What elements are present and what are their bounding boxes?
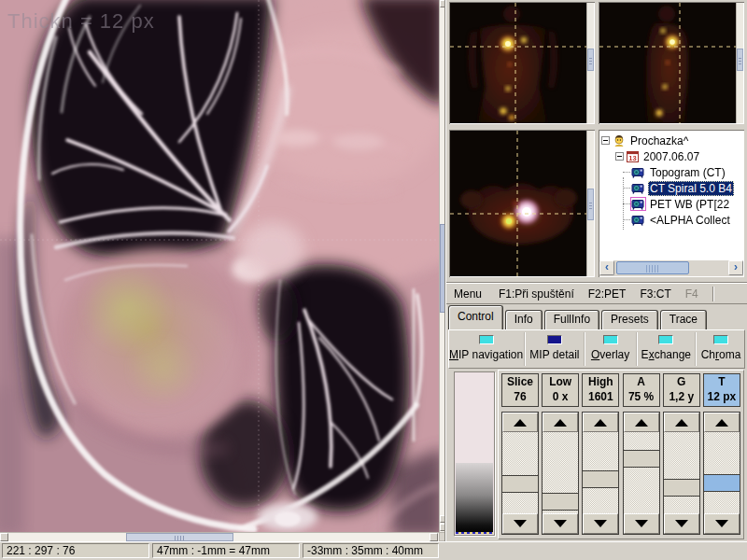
series-label-pet-wb[interactable]: PET WB (PT[22 xyxy=(648,197,731,212)
slider-up-button[interactable] xyxy=(502,413,538,432)
slider-up-button[interactable] xyxy=(583,413,618,432)
status-coords-mm: -33mm : 35mm : 40mm xyxy=(303,543,439,558)
right-control-panel: Prochazka^ 13 2007.06.07 Topogram (CT) xyxy=(446,0,747,541)
slider-down-button[interactable] xyxy=(624,513,659,534)
pet-mip-coronal-view[interactable] xyxy=(449,2,595,124)
slider-up-button[interactable] xyxy=(543,413,578,432)
slider-track[interactable] xyxy=(583,432,618,513)
patient-name[interactable]: Prochazka^ xyxy=(628,133,690,148)
tree-row-patient[interactable]: Prochazka^ xyxy=(599,133,744,148)
slider-column-g: G1,2 y xyxy=(663,373,700,539)
pet-mip-sagittal-view[interactable] xyxy=(599,2,744,124)
slider-down-button[interactable] xyxy=(704,513,740,534)
slider-up-button[interactable] xyxy=(624,413,659,432)
slider-track[interactable] xyxy=(624,432,659,513)
status-range-mm: 47mm : -1mm = 47mm xyxy=(152,543,300,558)
arrow-up-icon xyxy=(635,419,648,427)
slider-thumb[interactable] xyxy=(623,450,660,468)
slider-thumb[interactable] xyxy=(542,493,579,511)
tree-row-study-date[interactable]: 13 2007.06.07 xyxy=(599,148,744,164)
slider-column-a: A75 % xyxy=(623,373,660,539)
tab-presets[interactable]: Presets xyxy=(601,310,658,329)
tree-row-series[interactable]: PET WB (PT[22 xyxy=(599,196,744,212)
series-camera-icon xyxy=(631,182,645,194)
calendar-icon: 13 xyxy=(627,150,639,162)
tree-connector xyxy=(623,203,630,204)
series-camera-icon xyxy=(631,214,645,226)
tree-row-series[interactable]: Topogram (CT) xyxy=(599,164,744,180)
tree-connector xyxy=(623,188,630,189)
button-separator xyxy=(584,332,585,366)
scroll-left-button[interactable] xyxy=(0,533,8,541)
menu-item-f2-pet[interactable]: F2:PET xyxy=(588,287,627,301)
slider-table: Slice76 Low0 x xyxy=(498,370,744,539)
slider-thumb[interactable] xyxy=(501,475,539,493)
arrow-down-icon xyxy=(715,520,728,527)
led-indicator xyxy=(547,335,562,344)
ct-horizontal-scrollbar[interactable] xyxy=(0,532,439,541)
led-indicator xyxy=(479,335,494,344)
slider-track[interactable] xyxy=(502,432,538,513)
axial-scrollbar[interactable] xyxy=(586,131,594,276)
slider-header: Low0 x xyxy=(542,373,579,407)
slider-header-highlighted: T12 px xyxy=(703,373,740,407)
series-label-alpha-collect[interactable]: <ALPHA Collect xyxy=(648,213,732,228)
sagittal-scrollbar[interactable] xyxy=(736,3,743,123)
overlay-button[interactable]: Overlay xyxy=(586,330,635,368)
series-label-ct-spiral[interactable]: CT Spiral 5.0 B4 xyxy=(648,181,734,196)
mip-navigation-button[interactable]: MIP navigation xyxy=(449,330,523,368)
tree-row-series-selected[interactable]: CT Spiral 5.0 B4 xyxy=(599,180,744,196)
tree-horizontal-scrollbar[interactable]: ‹ › xyxy=(599,260,743,276)
window-lower-marker[interactable] xyxy=(456,532,493,534)
menu-item-f3-ct[interactable]: F3:CT xyxy=(640,287,670,301)
exchange-button[interactable]: Exchange xyxy=(639,330,695,368)
scroll-right-button[interactable] xyxy=(430,533,438,541)
arrow-down-icon xyxy=(514,520,527,527)
arrow-up-icon xyxy=(514,419,527,427)
slider-down-button[interactable] xyxy=(543,513,578,534)
arrow-down-icon xyxy=(675,520,688,527)
chroma-button[interactable]: Chroma xyxy=(698,330,744,368)
ct-fusion-image[interactable]: Thickn = 12 px xyxy=(0,0,439,532)
tab-fullinfo[interactable]: FullInfo xyxy=(544,310,599,329)
mip-detail-button[interactable]: MIP detail xyxy=(527,330,583,368)
tab-info[interactable]: Info xyxy=(505,310,543,329)
slider-down-button[interactable] xyxy=(502,513,538,534)
menu-item-f1[interactable]: F1:Při spuštění xyxy=(499,287,574,301)
coronal-scrollbar[interactable] xyxy=(586,3,594,123)
arrow-down-icon xyxy=(635,520,648,527)
control-area: Slice76 Low0 x xyxy=(446,370,747,541)
slider-down-button[interactable] xyxy=(583,513,618,534)
study-date[interactable]: 2007.06.07 xyxy=(641,149,701,164)
slider-up-button[interactable] xyxy=(664,413,699,432)
arrow-down-icon xyxy=(554,520,567,527)
slider-track[interactable] xyxy=(664,432,699,513)
button-separator xyxy=(695,332,697,366)
tree-connector xyxy=(623,219,630,220)
pet-axial-image xyxy=(450,131,586,276)
tree-scroll-thumb[interactable] xyxy=(616,261,689,274)
pet-axial-view[interactable] xyxy=(449,130,595,277)
patient-icon xyxy=(613,134,626,147)
series-label-topogram[interactable]: Topogram (CT) xyxy=(648,165,727,180)
horizontal-scroll-thumb[interactable] xyxy=(126,533,233,541)
menu-item-menu[interactable]: Menu xyxy=(454,287,482,301)
slider-track[interactable] xyxy=(543,432,578,513)
ct-axial-slice: Thickn = 12 px xyxy=(0,0,439,532)
collapse-toggle-icon[interactable] xyxy=(615,152,624,161)
slider-thumb[interactable] xyxy=(582,470,619,488)
slider-track[interactable] xyxy=(704,432,740,513)
slider-thumb[interactable] xyxy=(663,479,700,497)
slider-up-button[interactable] xyxy=(704,413,740,432)
tab-control[interactable]: Control xyxy=(448,305,503,329)
tree-scroll-left-button[interactable]: ‹ xyxy=(599,260,614,275)
tree-row-series[interactable]: <ALPHA Collect xyxy=(599,212,744,228)
window-level-colormap-bar[interactable] xyxy=(454,371,495,536)
slider-column-high: High1601 xyxy=(582,373,619,539)
slider-thumb-highlighted[interactable] xyxy=(703,474,740,492)
slider-down-button[interactable] xyxy=(664,513,699,534)
tree-scroll-right-button[interactable]: › xyxy=(728,260,743,275)
collapse-toggle-icon[interactable] xyxy=(601,136,610,145)
tree-connector xyxy=(623,172,630,173)
tab-trace[interactable]: Trace xyxy=(660,310,707,329)
